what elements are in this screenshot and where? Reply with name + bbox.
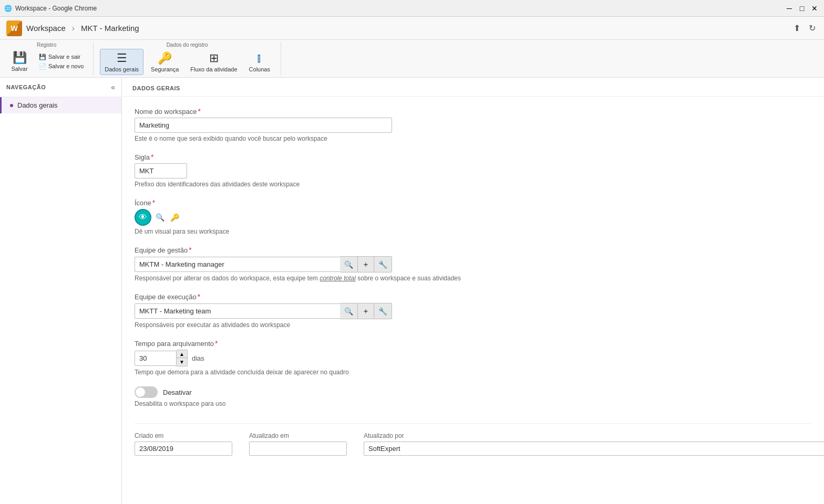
icone-circle[interactable]: 👁 [135, 209, 151, 226]
equipe-execucao-search-button[interactable]: 🔍 [340, 303, 358, 319]
seguranca-icon: 🔑 [158, 51, 172, 65]
criado-em-field: Criado em [135, 432, 232, 456]
sidebar-item-dados-gerais[interactable]: Dados gerais [0, 97, 121, 113]
sidebar-header: NAVEGAÇÃO « [0, 78, 121, 97]
nav-page-title: MKT - Marketing [81, 24, 139, 33]
sidebar-title: NAVEGAÇÃO [6, 84, 46, 90]
equipe-gestao-search-button[interactable]: 🔍 [340, 256, 358, 272]
atualizado-em-field: Atualizado em [249, 432, 347, 456]
tempo-up-button[interactable]: ▲ [177, 350, 187, 358]
ribbon-registro: Registro 💾 Salvar 💾 Salvar e sair 📄 Salv… [0, 42, 94, 75]
icone-hint: Dê um visual para seu workspace [135, 228, 811, 235]
sigla-label: Sigla * [135, 153, 811, 161]
window-title: Workspace - Google Chrome [15, 5, 97, 12]
tempo-group: Tempo para arquivamento * ▲ ▼ dias Tempo… [135, 339, 811, 376]
tempo-hint: Tempo que demora para a atividade conclu… [135, 369, 811, 376]
nav-up-button[interactable]: ⬆ [791, 21, 802, 35]
equipe-execucao-input[interactable] [135, 303, 340, 319]
title-bar-left: 🌐 Workspace - Google Chrome [4, 5, 97, 12]
equipe-gestao-add-button[interactable]: ＋ [358, 256, 374, 272]
section-title: DADOS GERAIS [132, 85, 180, 91]
sidebar-active-dot [10, 104, 13, 107]
desativar-toggle-row: Desativar [135, 386, 811, 398]
save-icon: 💾 [13, 51, 27, 65]
equipe-gestao-hint: Responsável por alterar os dados do work… [135, 275, 811, 282]
save-exit-icon: 💾 [39, 54, 46, 60]
seguranca-tab-button[interactable]: 🔑 Segurança [147, 49, 183, 75]
save-new-button[interactable]: 📄 Salvar e novo [36, 62, 87, 71]
ribbon-registro-btns: 💾 Salvar 💾 Salvar e sair 📄 Salvar e novo [6, 49, 87, 74]
nav-actions: ⬆ ↻ [791, 21, 818, 35]
sigla-group: Sigla * Prefixo dos identificadores das … [135, 153, 811, 188]
ribbon-save-stack: 💾 Salvar e sair 📄 Salvar e novo [36, 52, 87, 71]
tempo-down-button[interactable]: ▼ [177, 358, 187, 366]
title-bar: 🌐 Workspace - Google Chrome ─ □ ✕ [0, 0, 824, 17]
equipe-execucao-add-button[interactable]: ＋ [358, 303, 374, 319]
ribbon-registro-label: Registro [6, 42, 87, 48]
ribbon-dados-registro: Dados do registro ☰ Dados gerais 🔑 Segur… [94, 42, 281, 75]
equipe-gestao-required: * [189, 246, 191, 254]
colunas-tab-button[interactable]: ⫿ Colunas [245, 49, 274, 75]
equipe-gestao-input[interactable] [135, 257, 340, 272]
colunas-icon: ⫿ [256, 51, 262, 65]
sidebar-collapse-button[interactable]: « [111, 83, 115, 91]
atualizado-em-input [249, 442, 347, 456]
tempo-label: Tempo para arquivamento * [135, 339, 811, 348]
content-body: Nome do workspace * Este é o nome que se… [122, 97, 824, 466]
tempo-input[interactable] [135, 351, 177, 366]
browser-icon: 🌐 [4, 5, 12, 12]
icone-row: 👁 🔍 🔑 [135, 209, 811, 226]
equipe-gestao-label: Equipe de gestão * [135, 246, 811, 254]
nome-label: Nome do workspace * [135, 107, 811, 116]
save-exit-button[interactable]: 💾 Salvar e sair [36, 52, 87, 61]
save-new-icon: 📄 [39, 63, 46, 70]
desativar-hint: Desabilita o workspace para uso [135, 400, 811, 407]
nav-refresh-button[interactable]: ↻ [807, 21, 818, 35]
nav-workspace[interactable]: Workspace [26, 24, 66, 33]
atualizado-por-input [364, 442, 824, 456]
ribbon-dados-btns: ☰ Dados gerais 🔑 Segurança ⊞ Fluxo da at… [100, 49, 274, 75]
equipe-gestao-group: Equipe de gestão * 🔍 ＋ 🔧 Responsável por… [135, 246, 811, 282]
equipe-execucao-label: Equipe de execução * [135, 292, 811, 301]
icone-search-button[interactable]: 🔍 [153, 211, 166, 224]
icone-key-button[interactable]: 🔑 [168, 211, 181, 224]
sigla-input[interactable] [135, 163, 187, 178]
minimize-button[interactable]: ─ [784, 3, 795, 14]
save-button[interactable]: 💾 Salvar [6, 49, 33, 74]
nome-group: Nome do workspace * Este é o nome que se… [135, 107, 811, 142]
equipe-gestao-edit-button[interactable]: 🔧 [374, 256, 392, 272]
equipe-execucao-hint: Responsáveis por executar as atividades … [135, 321, 811, 329]
fluxo-icon: ⊞ [209, 51, 219, 65]
footer-info: Criado em Atualizado em Atualizado por [135, 423, 811, 456]
tempo-spinner: ▲ ▼ [135, 350, 188, 366]
icone-eye: 👁 [139, 213, 147, 222]
content-area: DADOS GERAIS Nome do workspace * Este é … [122, 78, 824, 504]
dados-gerais-tab-button[interactable]: ☰ Dados gerais [100, 49, 143, 75]
tempo-spinners: ▲ ▼ [177, 350, 188, 366]
ribbon: Registro 💾 Salvar 💾 Salvar e sair 📄 Salv… [0, 40, 824, 78]
icone-group: Ícone * 👁 🔍 🔑 Dê um visual para seu work… [135, 198, 811, 235]
nome-required: * [198, 107, 201, 116]
equipe-execucao-edit-button[interactable]: 🔧 [374, 303, 392, 319]
equipe-execucao-input-row: 🔍 ＋ 🔧 [135, 303, 392, 319]
atualizado-em-label: Atualizado em [249, 432, 347, 439]
equipe-execucao-group: Equipe de execução * 🔍 ＋ 🔧 Responsáveis … [135, 292, 811, 329]
ribbon-dados-label: Dados do registro [100, 42, 274, 48]
sigla-required: * [151, 153, 153, 161]
nome-input[interactable] [135, 118, 392, 133]
close-button[interactable]: ✕ [809, 3, 820, 14]
nome-hint: Este é o nome que será exibido quando vo… [135, 135, 811, 142]
criado-em-label: Criado em [135, 432, 232, 439]
nav-bar: W Workspace › MKT - Marketing ⬆ ↻ [0, 17, 824, 40]
fluxo-tab-button[interactable]: ⊞ Fluxo da atividade [186, 49, 241, 75]
app-logo: W [6, 20, 22, 36]
equipe-gestao-input-row: 🔍 ＋ 🔧 [135, 256, 392, 272]
equipe-execucao-required: * [198, 292, 200, 301]
atualizado-por-label: Atualizado por [364, 432, 824, 439]
sidebar-dados-gerais-label: Dados gerais [17, 101, 58, 109]
desativar-toggle[interactable] [135, 386, 158, 398]
dados-gerais-icon: ☰ [117, 51, 127, 65]
tempo-unit-label: dias [192, 354, 204, 362]
maximize-button[interactable]: □ [797, 3, 807, 14]
icone-label: Ícone * [135, 198, 811, 207]
